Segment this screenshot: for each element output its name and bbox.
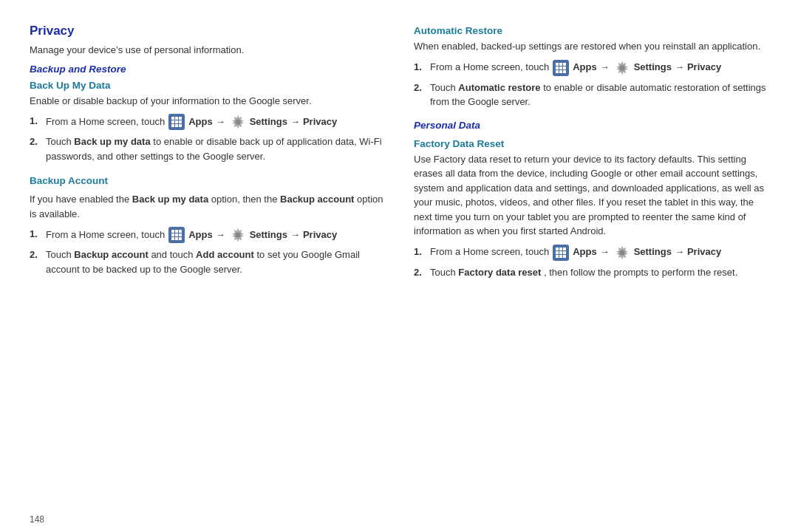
svg-rect-35: [563, 251, 566, 254]
svg-rect-21: [559, 63, 562, 66]
page-number: 148: [30, 514, 44, 525]
svg-rect-38: [563, 255, 566, 258]
step1-apps-label: Apps: [188, 115, 213, 130]
auto-restore-steps: 1. From a Home screen, touch Apps →: [414, 60, 768, 114]
factory-body: Use Factory data reset to return your de…: [414, 152, 768, 239]
svg-rect-16: [171, 237, 174, 240]
svg-rect-7: [175, 124, 178, 127]
factory-steps: 1. From a Home screen, touch Apps →: [414, 245, 768, 284]
fdr-step-1: 1. From a Home screen, touch Apps →: [414, 245, 768, 261]
ba-step-1: 1. From a Home screen, touch Apps →: [30, 227, 384, 243]
intro-text: Manage your device’s use of personal inf…: [30, 43, 384, 58]
fdr-step-2: 2. Touch Factory data reset , then follo…: [414, 265, 768, 280]
svg-rect-0: [171, 117, 174, 120]
settings-icon-3: [614, 60, 630, 76]
apps-icon-4: [553, 245, 569, 261]
svg-rect-13: [171, 233, 174, 236]
back-up-step-2: 2. Touch Back up my data to enable or di…: [30, 134, 384, 163]
svg-rect-26: [556, 70, 559, 73]
ar-step-1: 1. From a Home screen, touch Apps →: [414, 60, 768, 76]
page-title: Privacy: [30, 24, 384, 38]
backup-account-header: Backup Account: [30, 175, 384, 186]
svg-rect-1: [175, 117, 178, 120]
svg-rect-12: [179, 230, 182, 233]
svg-rect-32: [563, 248, 566, 250]
svg-rect-4: [175, 120, 178, 123]
svg-rect-33: [556, 251, 559, 254]
svg-rect-25: [563, 66, 566, 69]
apps-icon-2: [168, 227, 185, 243]
svg-rect-2: [179, 117, 182, 120]
svg-rect-8: [179, 124, 182, 127]
settings-icon-4: [614, 245, 630, 261]
svg-rect-6: [171, 124, 174, 127]
svg-rect-14: [175, 233, 178, 236]
step1-settings-label: Settings: [250, 115, 287, 130]
left-column: Privacy Manage your device’s use of pers…: [30, 24, 384, 495]
svg-rect-17: [175, 237, 178, 240]
apps-icon-1: [168, 114, 185, 130]
svg-rect-3: [171, 120, 174, 123]
backup-account-steps: 1. From a Home screen, touch Apps →: [30, 227, 384, 281]
personal-data-header: Personal Data: [414, 120, 768, 131]
svg-rect-37: [559, 255, 562, 258]
auto-restore-header: Automatic Restore: [414, 25, 768, 36]
svg-rect-24: [559, 66, 562, 69]
svg-rect-34: [559, 251, 562, 254]
svg-rect-23: [556, 66, 559, 69]
auto-restore-body: When enabled, backed-up settings are res…: [414, 39, 768, 54]
ar-step-2: 2. Touch Automatic restore to enable or …: [414, 81, 768, 109]
svg-rect-10: [171, 230, 174, 233]
svg-rect-31: [559, 248, 562, 250]
right-column: Automatic Restore When enabled, backed-u…: [414, 24, 768, 495]
backup-account-body: If you have enabled the Back up my data …: [30, 192, 384, 221]
svg-rect-15: [179, 233, 182, 236]
step2-bold: Back up my data: [74, 136, 150, 147]
ba-step-2: 2. Touch Backup account and touch Add ac…: [30, 248, 384, 276]
step1-prefix: From a Home screen, touch: [46, 115, 165, 130]
svg-rect-27: [559, 70, 562, 73]
svg-rect-36: [556, 255, 559, 258]
factory-data-reset-header: Factory Data Reset: [414, 138, 768, 149]
back-up-body: Enable or disable backup of your informa…: [30, 94, 384, 109]
svg-rect-20: [556, 63, 559, 66]
svg-rect-28: [563, 70, 566, 73]
back-up-step-1: 1. From a Home screen, touch Apps →: [30, 114, 384, 130]
settings-icon-2: [230, 227, 246, 243]
back-up-my-data-header: Back Up My Data: [30, 80, 384, 91]
backup-restore-header: Backup and Restore: [30, 64, 384, 75]
svg-rect-22: [563, 63, 566, 66]
apps-icon-3: [553, 60, 569, 76]
page-footer: 148: [0, 510, 798, 532]
svg-rect-5: [179, 120, 182, 123]
svg-rect-30: [556, 248, 559, 250]
svg-rect-18: [179, 237, 182, 240]
svg-rect-11: [175, 230, 178, 233]
settings-icon-1: [230, 114, 246, 130]
back-up-steps: 1. From a Home screen, touch Apps →: [30, 114, 384, 168]
step1-privacy-label: Privacy: [303, 115, 337, 130]
